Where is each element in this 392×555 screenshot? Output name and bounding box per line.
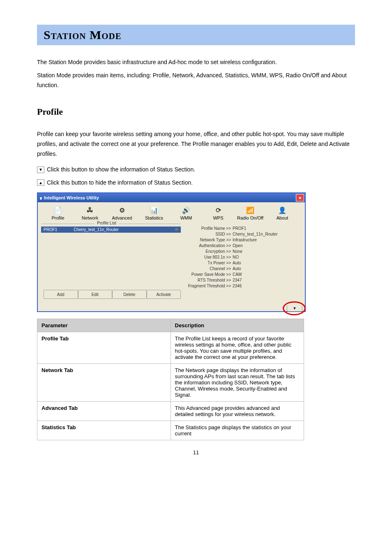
radio-icon: 📶 xyxy=(234,205,266,215)
detail-row: Tx Power >>Auto xyxy=(186,261,300,265)
app-content: Profile List PROF1 Cherry_test_11n_Route… xyxy=(38,224,305,305)
app-icon: ∎ xyxy=(39,195,42,201)
app-titlebar: ∎ Intelligent Wireless Utility ✕ xyxy=(38,193,305,202)
tab-advanced[interactable]: ⚙ Advanced xyxy=(106,205,138,220)
statistics-icon: 📊 xyxy=(138,205,170,215)
show-status-label: Click this button to show the informatio… xyxy=(47,165,195,175)
detail-row: Fragment Threshold >>2346 xyxy=(186,284,300,288)
tab-label: Statistics xyxy=(138,215,170,220)
gear-icon: ⚙ xyxy=(106,205,138,215)
hide-status-label: Click this button to hide the informatio… xyxy=(47,178,193,188)
delete-button[interactable]: Delete xyxy=(112,290,147,299)
app-window-title: Intelligent Wireless Utility xyxy=(44,195,99,200)
tab-label: WMM xyxy=(170,215,202,220)
tab-wmm[interactable]: 🔊 WMM xyxy=(170,205,202,220)
profile-list-row[interactable]: PROF1 Cherry_test_11n_Router ⟳ xyxy=(41,227,181,233)
profile-buttons: Add Edit Delete Activate xyxy=(41,288,181,302)
table-header: Description xyxy=(171,319,304,332)
profile-intro-line: Profile can keep your favorite wireless … xyxy=(37,130,355,159)
network-icon: 🖧 xyxy=(74,205,106,215)
profile-list-label: Profile List xyxy=(95,221,119,225)
intro-text: The Station Mode provides basic infrastr… xyxy=(37,58,355,90)
detail-row: Channel >>Auto xyxy=(186,266,300,271)
table-row: Network Tab The Network page displays th… xyxy=(37,364,304,402)
tab-about[interactable]: 👤 About xyxy=(266,205,298,220)
tab-label: Network xyxy=(74,215,106,220)
detail-row: Use 802.1x >>NO xyxy=(186,255,300,259)
detail-row: Profile Name >>PROF1 xyxy=(186,226,300,231)
tab-label: Profile xyxy=(42,215,74,220)
app-window: ∎ Intelligent Wireless Utility ✕ 📄 Profi… xyxy=(37,192,306,312)
expand-row: ▼ xyxy=(38,305,305,311)
close-icon[interactable]: ✕ xyxy=(296,194,304,201)
profile-row-ssid: Cherry_test_11n_Router xyxy=(74,227,119,232)
about-icon: 👤 xyxy=(266,205,298,215)
warning-icon: ⟳ xyxy=(175,227,178,232)
intro-line: Station Mode provides main items, includ… xyxy=(37,71,355,90)
title-banner: Station Mode xyxy=(37,25,355,45)
tab-label: Advanced xyxy=(106,215,138,220)
chevron-up-icon[interactable]: ▲ xyxy=(37,179,44,186)
parameter-table: Parameter Description Profile Tab The Pr… xyxy=(37,319,304,440)
profile-list-panel: Profile List PROF1 Cherry_test_11n_Route… xyxy=(41,224,181,302)
tab-label: About xyxy=(266,215,298,220)
tab-statistics[interactable]: 📊 Statistics xyxy=(138,205,170,220)
table-row: Profile Tab The Profile List keeps a rec… xyxy=(37,332,304,364)
document-page: Station Mode The Station Mode provides b… xyxy=(0,0,392,472)
app-toolbar: 📄 Profile 🖧 Network ⚙ Advanced 📊 Statist… xyxy=(38,202,305,224)
detail-row: Power Save Mode >>CAM xyxy=(186,272,300,277)
tab-wps[interactable]: ⟳ WPS xyxy=(202,205,234,220)
page-number: 11 xyxy=(37,449,355,456)
add-button[interactable]: Add xyxy=(44,290,78,299)
table-row: Advanced Tab This Advanced page provides… xyxy=(37,402,304,421)
expand-button[interactable]: ▼ xyxy=(287,305,302,312)
edit-button[interactable]: Edit xyxy=(78,290,113,299)
table-row: Statistics Tab The Statistics page displ… xyxy=(37,421,304,440)
show-status-line: ▼ Click this button to show the informat… xyxy=(37,165,355,175)
detail-row: RTS Threshold >>2347 xyxy=(186,278,300,282)
table-header: Parameter xyxy=(37,319,171,332)
profile-list[interactable]: PROF1 Cherry_test_11n_Router ⟳ xyxy=(41,227,181,288)
wmm-icon: 🔊 xyxy=(170,205,202,215)
profile-intro: Profile can keep your favorite wireless … xyxy=(37,130,355,187)
tab-label: Radio On/Off xyxy=(234,215,266,220)
activate-button[interactable]: Activate xyxy=(147,290,181,299)
detail-row: SSID >>Cherry_test_11n_Router xyxy=(186,232,300,236)
profile-icon: 📄 xyxy=(42,205,74,215)
page-title: Station Mode xyxy=(44,28,348,42)
section-heading-profile: Profile xyxy=(37,106,355,117)
chevron-down-icon[interactable]: ▼ xyxy=(37,166,44,173)
detail-row: Network Type >>Infrastructure xyxy=(186,238,300,242)
tab-label: WPS xyxy=(202,215,234,220)
detail-row: Authentication >>Open xyxy=(186,243,300,248)
intro-line: The Station Mode provides basic infrastr… xyxy=(37,58,355,67)
profile-details-panel: Profile Name >>PROF1 SSID >>Cherry_test_… xyxy=(181,224,302,302)
hide-status-line: ▲ Click this button to hide the informat… xyxy=(37,178,355,188)
tab-radio[interactable]: 📶 Radio On/Off xyxy=(234,205,266,220)
detail-row: Encryption >>None xyxy=(186,249,300,254)
profile-row-name: PROF1 xyxy=(44,227,57,232)
tab-network[interactable]: 🖧 Network xyxy=(74,205,106,220)
tab-profile[interactable]: 📄 Profile xyxy=(42,205,74,220)
wps-icon: ⟳ xyxy=(202,205,234,215)
